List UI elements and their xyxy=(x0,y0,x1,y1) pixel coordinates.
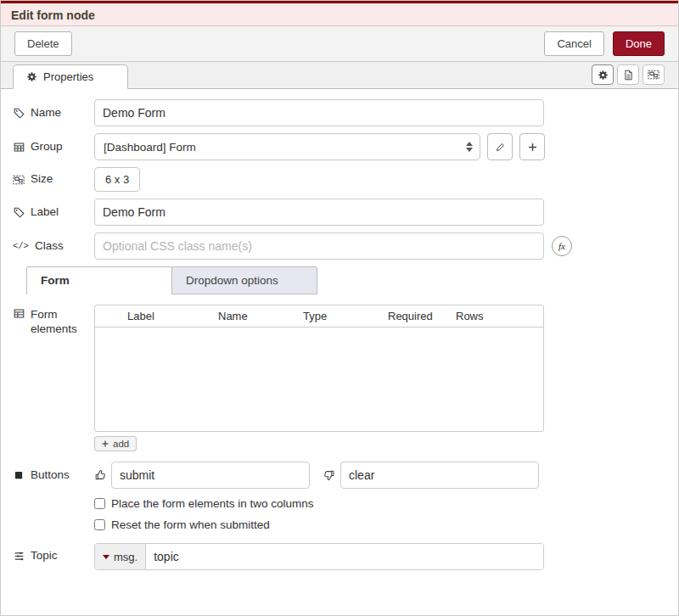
form-elements-table-body xyxy=(95,328,543,432)
tag-icon xyxy=(13,207,25,218)
add-group-button[interactable] xyxy=(519,133,545,160)
name-row: Name xyxy=(13,99,666,126)
dialog-toolbar: Delete Cancel Done xyxy=(1,26,678,62)
add-element-label: add xyxy=(113,439,129,449)
gear-icon xyxy=(597,70,609,81)
plus-icon xyxy=(526,142,538,153)
editor-pane-buttons xyxy=(592,64,665,85)
two-columns-option: Place the form elements in two columns xyxy=(94,497,666,510)
topic-typed-input: msg. xyxy=(94,543,544,570)
description-pane-button[interactable] xyxy=(617,64,639,85)
dialog-title: Edit form node xyxy=(1,1,678,26)
buttons-label: Buttons xyxy=(13,468,94,483)
group-label: Group xyxy=(13,140,94,154)
edit-group-button[interactable] xyxy=(487,133,513,160)
name-label-text: Name xyxy=(31,106,61,120)
updown-arrows-icon xyxy=(466,142,473,152)
buttons-label-text: Buttons xyxy=(31,468,70,483)
label-row: Label xyxy=(13,199,666,226)
topic-input[interactable] xyxy=(146,544,543,569)
add-element-button[interactable]: add xyxy=(94,436,137,451)
tab-properties[interactable]: Properties xyxy=(13,64,128,89)
properties-form: Name Group [Dashboard] Form xyxy=(1,89,678,587)
subtab-form[interactable]: Form xyxy=(26,266,172,294)
tasks-icon xyxy=(13,551,25,562)
clear-button-label-input[interactable] xyxy=(340,462,539,489)
class-label: </> Class xyxy=(13,239,94,254)
form-subtabs: Form Dropdown options xyxy=(26,266,666,294)
form-elements-editor: Label Name Type Required Rows add xyxy=(94,305,544,451)
column-rows: Rows xyxy=(456,310,543,322)
size-label: Size xyxy=(13,172,94,187)
size-label-text: Size xyxy=(31,172,53,187)
reset-checkbox[interactable] xyxy=(94,519,105,530)
group-select[interactable]: [Dashboard] Form xyxy=(94,133,480,160)
square-icon xyxy=(13,470,25,480)
topic-label-text: Topic xyxy=(31,549,58,563)
delete-button[interactable]: Delete xyxy=(14,31,72,56)
label-label: Label xyxy=(13,205,94,220)
size-row: Size 6 x 3 xyxy=(13,167,666,192)
submit-button-label-input[interactable] xyxy=(111,462,310,489)
group-row: Group [Dashboard] Form xyxy=(13,133,666,160)
description-icon xyxy=(622,70,634,81)
plus-icon xyxy=(99,440,111,448)
form-elements-label-text: Form elements xyxy=(31,308,81,337)
pencil-icon xyxy=(494,142,506,153)
editor-tabbar: Properties xyxy=(1,62,678,89)
reset-label: Reset the form when submitted xyxy=(111,518,270,531)
name-label: Name xyxy=(13,106,94,120)
form-elements-table: Label Name Type Required Rows xyxy=(94,305,544,432)
column-required: Required xyxy=(388,310,456,322)
table-icon xyxy=(13,142,25,153)
class-label-text: Class xyxy=(35,239,64,254)
form-elements-table-header: Label Name Type Required Rows xyxy=(95,305,543,328)
column-name: Name xyxy=(218,310,303,322)
reset-option: Reset the form when submitted xyxy=(94,518,666,531)
thumbs-down-icon xyxy=(323,469,335,481)
buttons-controls xyxy=(94,462,544,489)
class-input[interactable] xyxy=(94,232,544,260)
cancel-button[interactable]: Cancel xyxy=(544,31,603,56)
appearance-pane-button[interactable] xyxy=(643,64,665,85)
tab-properties-label: Properties xyxy=(43,70,93,83)
caret-down-icon xyxy=(103,555,109,559)
group-label-text: Group xyxy=(31,140,63,154)
column-label: Label xyxy=(127,310,218,322)
form-elements-row: Form elements Label Name Type Required R… xyxy=(13,305,666,451)
tag-icon xyxy=(13,108,25,119)
name-input[interactable] xyxy=(94,99,544,126)
topic-prefix-label: msg. xyxy=(114,551,137,563)
column-type: Type xyxy=(303,310,388,322)
topic-label: Topic xyxy=(13,549,94,563)
form-elements-label: Form elements xyxy=(13,305,94,451)
buttons-row: Buttons xyxy=(13,462,666,489)
label-input[interactable] xyxy=(94,199,544,226)
two-columns-label: Place the form elements in two columns xyxy=(111,497,314,510)
label-label-text: Label xyxy=(31,205,59,220)
size-button[interactable]: 6 x 3 xyxy=(94,167,140,192)
edit-form-node-dialog: Edit form node Delete Cancel Done Proper… xyxy=(0,0,679,616)
fx-button[interactable]: fx xyxy=(552,236,572,256)
code-icon: </> xyxy=(13,241,29,251)
properties-pane-button[interactable] xyxy=(592,64,614,85)
group-select-value: [Dashboard] Form xyxy=(104,141,466,154)
gear-icon xyxy=(25,71,37,82)
thumbs-up-icon xyxy=(94,469,106,481)
appearance-icon xyxy=(648,69,659,81)
subtab-dropdown-options[interactable]: Dropdown options xyxy=(171,266,317,294)
two-columns-checkbox[interactable] xyxy=(94,498,105,509)
topic-row: Topic msg. xyxy=(13,541,666,570)
topic-type-select[interactable]: msg. xyxy=(95,544,146,569)
object-group-icon xyxy=(13,174,25,186)
class-row: </> Class fx xyxy=(13,232,666,260)
done-button[interactable]: Done xyxy=(613,31,665,56)
table-icon xyxy=(13,308,25,319)
